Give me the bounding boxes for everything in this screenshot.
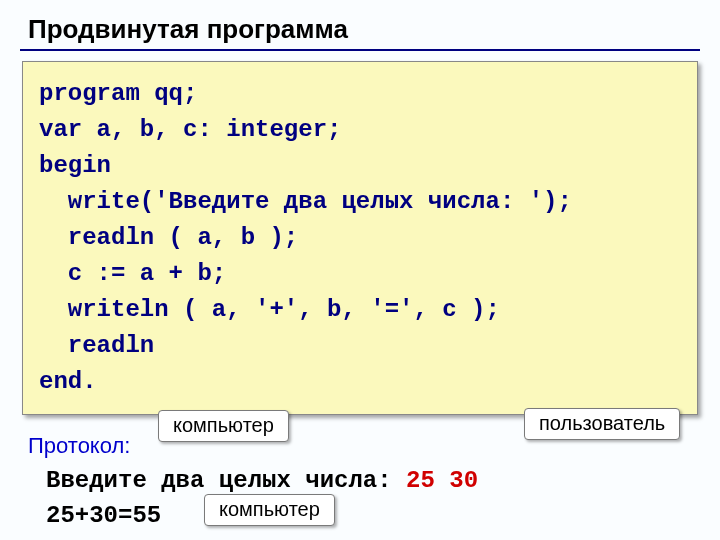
slide-title: Продвинутая программа: [0, 0, 720, 49]
callout-computer-top: компьютер: [158, 410, 289, 442]
user-input: 25 30: [406, 467, 478, 494]
code-text: program qq; var a, b, c: integer; begin …: [39, 76, 681, 400]
code-block: program qq; var a, b, c: integer; begin …: [22, 61, 698, 415]
title-underline: [20, 49, 700, 51]
output-prompt: Введите два целых числа:: [46, 467, 392, 494]
callout-computer-bottom: компьютер: [204, 494, 335, 526]
output-line-2: 25+30=55: [0, 494, 720, 529]
output-line-1: Введите два целых числа: 25 30: [0, 459, 720, 494]
callout-user: пользователь: [524, 408, 680, 440]
